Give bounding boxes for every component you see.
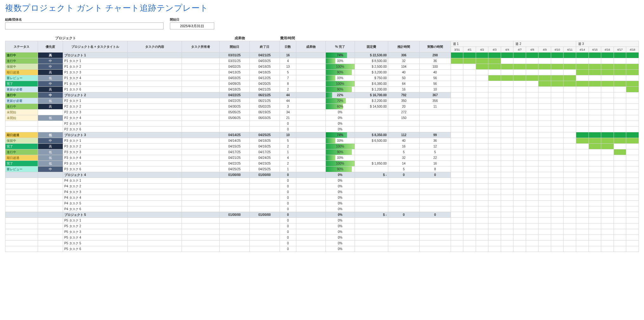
gantt-cell[interactable] [513, 212, 526, 218]
gantt-cell[interactable] [513, 53, 526, 58]
pct-cell[interactable]: 0% [325, 229, 355, 235]
gantt-cell[interactable] [601, 189, 614, 195]
gantt-cell[interactable] [538, 81, 551, 87]
gantt-cell[interactable] [626, 127, 639, 132]
gantt-cell[interactable] [501, 75, 513, 81]
est-cell[interactable]: 0 [388, 172, 420, 178]
gantt-cell[interactable] [576, 70, 589, 75]
gantt-cell[interactable] [601, 195, 614, 201]
gantt-cell[interactable] [601, 223, 614, 229]
gantt-cell[interactable] [526, 229, 538, 235]
gantt-cell[interactable] [513, 138, 526, 144]
gantt-cell[interactable] [501, 53, 513, 58]
gantt-cell[interactable] [526, 121, 538, 127]
gantt-cell[interactable] [538, 166, 551, 172]
owner-cell[interactable] [182, 201, 220, 206]
deliverable-cell[interactable] [296, 229, 325, 235]
gantt-cell[interactable] [614, 235, 626, 241]
gantt-cell[interactable] [614, 115, 626, 121]
gantt-cell[interactable] [513, 149, 526, 155]
gantt-cell[interactable] [513, 218, 526, 223]
task-row[interactable]: P4 タスク 400% [5, 195, 639, 201]
gantt-cell[interactable] [488, 127, 501, 132]
est-cell[interactable]: 32 [388, 155, 420, 161]
days-cell[interactable]: 44 [280, 92, 296, 98]
owner-cell[interactable] [182, 81, 220, 87]
gantt-cell[interactable] [451, 92, 463, 98]
gantt-cell[interactable] [526, 206, 538, 212]
pct-cell[interactable]: 74% [325, 132, 355, 138]
est-cell[interactable] [388, 127, 420, 132]
gantt-cell[interactable] [463, 223, 476, 229]
act-cell[interactable] [419, 235, 451, 241]
gantt-cell[interactable] [488, 121, 501, 127]
end-cell[interactable] [249, 223, 280, 229]
gantt-cell[interactable] [488, 155, 501, 161]
days-cell[interactable]: 0 [280, 189, 296, 195]
priority-cell[interactable]: 高 [38, 104, 63, 110]
gantt-cell[interactable] [538, 115, 551, 121]
gantt-cell[interactable] [513, 98, 526, 104]
gantt-cell[interactable] [451, 161, 463, 166]
gantt-cell[interactable] [551, 75, 564, 81]
gantt-cell[interactable] [626, 70, 639, 75]
gantt-cell[interactable] [614, 70, 626, 75]
days-cell[interactable]: 16 [280, 53, 296, 58]
owner-cell[interactable] [182, 246, 220, 252]
days-cell[interactable]: 34 [280, 110, 296, 115]
gantt-cell[interactable] [614, 195, 626, 201]
gantt-cell[interactable] [601, 229, 614, 235]
gantt-cell[interactable] [476, 138, 488, 144]
content-cell[interactable] [128, 98, 182, 104]
priority-cell[interactable] [38, 172, 63, 178]
end-cell[interactable]: 06/21/25 [249, 92, 280, 98]
cost-cell[interactable] [355, 241, 388, 246]
pct-cell[interactable]: 33% [325, 58, 355, 64]
gantt-cell[interactable] [576, 110, 589, 115]
gantt-cell[interactable] [626, 201, 639, 206]
gantt-cell[interactable] [564, 184, 576, 189]
priority-cell[interactable]: 低 [38, 155, 63, 161]
priority-cell[interactable]: 中 [38, 81, 63, 87]
start-cell[interactable]: 04/14/25 [219, 132, 249, 138]
cost-cell[interactable]: $ 14,500.00 [355, 104, 388, 110]
pct-cell[interactable]: 0% [325, 189, 355, 195]
gantt-cell[interactable] [538, 70, 551, 75]
end-cell[interactable]: 04/17/25 [249, 149, 280, 155]
days-cell[interactable]: 0 [280, 246, 296, 252]
gantt-cell[interactable] [538, 195, 551, 201]
gantt-cell[interactable] [513, 87, 526, 92]
gantt-cell[interactable] [488, 81, 501, 87]
gantt-cell[interactable] [476, 132, 488, 138]
gantt-cell[interactable] [451, 189, 463, 195]
gantt-cell[interactable] [488, 132, 501, 138]
gantt-cell[interactable] [564, 81, 576, 87]
gantt-cell[interactable] [451, 87, 463, 92]
gantt-cell[interactable] [564, 144, 576, 149]
gantt-cell[interactable] [564, 92, 576, 98]
gantt-cell[interactable] [626, 138, 639, 144]
gantt-cell[interactable] [576, 87, 589, 92]
cost-cell[interactable] [355, 201, 388, 206]
est-cell[interactable] [388, 189, 420, 195]
content-cell[interactable] [128, 70, 182, 75]
pct-cell[interactable]: 0% [325, 246, 355, 252]
gantt-cell[interactable] [451, 144, 463, 149]
gantt-cell[interactable] [589, 172, 601, 178]
gantt-cell[interactable] [589, 92, 601, 98]
start-cell[interactable]: 03/31/25 [219, 53, 249, 58]
deliverable-cell[interactable] [296, 178, 325, 184]
start-cell[interactable] [219, 189, 249, 195]
priority-cell[interactable] [38, 189, 63, 195]
gantt-cell[interactable] [564, 53, 576, 58]
content-cell[interactable] [128, 155, 182, 161]
gantt-cell[interactable] [526, 110, 538, 115]
cost-cell[interactable] [355, 235, 388, 241]
gantt-cell[interactable] [538, 138, 551, 144]
gantt-cell[interactable] [576, 149, 589, 155]
gantt-cell[interactable] [626, 104, 639, 110]
gantt-cell[interactable] [488, 70, 501, 75]
name-cell[interactable]: P5 タスク 5 [63, 241, 127, 246]
est-cell[interactable]: 40 [388, 138, 420, 144]
owner-cell[interactable] [182, 75, 220, 81]
